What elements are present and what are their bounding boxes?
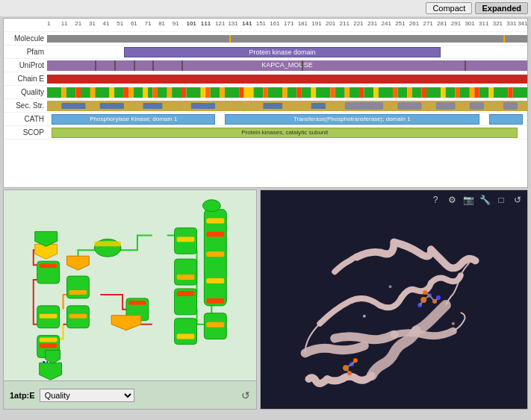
secstr-row: Sec. Str. bbox=[4, 99, 527, 113]
svg-rect-66 bbox=[143, 103, 163, 109]
topology-canvas: C N bbox=[4, 190, 256, 380]
settings-icon[interactable]: ⚙ bbox=[445, 193, 459, 207]
svg-rect-53 bbox=[460, 87, 470, 98]
svg-rect-122 bbox=[177, 298, 195, 303]
svg-rect-44 bbox=[393, 87, 397, 98]
svg-rect-121 bbox=[177, 291, 195, 296]
pfam-row: Pfam Protein kinase domain bbox=[4, 46, 527, 59]
molecule-row: Molecule bbox=[4, 32, 527, 46]
chain-row: Chain E bbox=[4, 72, 527, 86]
cath-domain-3[interactable] bbox=[489, 114, 523, 125]
uniprot-row: UniProt KAPCA_MOUSE bbox=[4, 59, 527, 72]
svg-rect-130 bbox=[206, 322, 224, 327]
svg-rect-143 bbox=[206, 278, 224, 283]
svg-rect-23 bbox=[220, 87, 224, 98]
svg-point-159 bbox=[423, 290, 427, 295]
quality-label: Quality bbox=[4, 88, 47, 96]
scop-label: SCOP bbox=[4, 128, 47, 137]
svg-rect-131 bbox=[206, 329, 224, 334]
svg-rect-19 bbox=[186, 87, 200, 98]
svg-rect-17 bbox=[172, 87, 181, 98]
svg-point-171 bbox=[363, 315, 366, 318]
cath-domain-1[interactable]: Phosphorylase Kinase; domain 1 bbox=[52, 114, 215, 125]
pfam-label: Pfam bbox=[4, 48, 47, 56]
topology-color-select[interactable]: Quality B-factor Chain Secondary Structu… bbox=[40, 389, 134, 402]
svg-rect-35 bbox=[316, 87, 330, 98]
svg-rect-48 bbox=[422, 87, 426, 98]
svg-rect-38 bbox=[345, 87, 350, 98]
svg-rect-47 bbox=[412, 87, 422, 98]
svg-rect-62 bbox=[61, 103, 85, 109]
refresh-icon[interactable]: ↺ bbox=[511, 193, 524, 207]
cath-domain-2[interactable]: Transferase(Phosphotransferase); domain … bbox=[225, 114, 479, 125]
svg-rect-34 bbox=[311, 87, 316, 98]
svg-rect-36 bbox=[330, 87, 335, 98]
svg-rect-1 bbox=[61, 87, 66, 98]
svg-rect-114 bbox=[177, 236, 195, 242]
svg-rect-142 bbox=[206, 272, 224, 277]
topology-refresh-button[interactable]: ↺ bbox=[241, 389, 250, 401]
svg-rect-117 bbox=[177, 261, 195, 266]
svg-rect-140 bbox=[206, 258, 224, 263]
svg-rect-2 bbox=[66, 87, 76, 98]
svg-rect-77 bbox=[470, 102, 484, 110]
quality-svg bbox=[47, 87, 527, 98]
camera-icon[interactable]: 📷 bbox=[462, 193, 475, 207]
protein-3d-svg bbox=[261, 190, 527, 409]
molecule-label: Molecule bbox=[4, 34, 47, 43]
svg-rect-39 bbox=[350, 87, 359, 98]
svg-rect-18 bbox=[181, 87, 186, 98]
tools-icon[interactable]: 🔧 bbox=[478, 193, 491, 207]
svg-rect-89 bbox=[40, 320, 58, 325]
svg-rect-59 bbox=[508, 87, 512, 98]
svg-rect-37 bbox=[335, 87, 345, 98]
svg-rect-84 bbox=[40, 344, 58, 348]
svg-rect-8 bbox=[114, 87, 124, 98]
svg-rect-58 bbox=[494, 87, 508, 98]
scop-domain[interactable]: Protein kinases, catalytic subunit bbox=[52, 128, 518, 138]
ruler-row: 1 11 21 31 41 51 61 71 81 91 101 111 121… bbox=[4, 19, 527, 32]
svg-rect-29 bbox=[268, 87, 282, 98]
svg-rect-132 bbox=[204, 210, 226, 306]
svg-rect-134 bbox=[206, 219, 224, 224]
svg-rect-3 bbox=[76, 87, 81, 98]
chain-track bbox=[47, 74, 527, 84]
svg-rect-52 bbox=[456, 87, 460, 98]
svg-rect-13 bbox=[148, 87, 152, 98]
svg-rect-9 bbox=[124, 87, 128, 98]
svg-rect-126 bbox=[177, 327, 195, 333]
svg-rect-7 bbox=[110, 87, 114, 98]
quality-row: Quality bbox=[4, 86, 527, 99]
compact-button[interactable]: Compact bbox=[426, 2, 472, 14]
svg-rect-88 bbox=[40, 314, 58, 319]
svg-point-168 bbox=[353, 358, 358, 363]
uniprot-label: UniProt bbox=[4, 61, 47, 69]
svg-rect-93 bbox=[40, 275, 58, 280]
pfam-domain[interactable]: Protein kinase domain bbox=[124, 47, 441, 57]
svg-rect-125 bbox=[177, 321, 195, 326]
svg-rect-4 bbox=[81, 87, 90, 98]
svg-rect-72 bbox=[311, 103, 326, 109]
svg-rect-32 bbox=[296, 87, 301, 98]
svg-rect-6 bbox=[95, 87, 109, 98]
svg-rect-5 bbox=[90, 87, 95, 98]
cath-track: Phosphorylase Kinase; domain 1 Transfera… bbox=[47, 114, 527, 125]
svg-rect-27 bbox=[253, 87, 263, 98]
svg-point-161 bbox=[436, 295, 441, 300]
uniprot-entry-label: KAPCA_MOUSE bbox=[261, 61, 313, 69]
help-icon[interactable]: ? bbox=[429, 193, 442, 207]
square-icon[interactable]: □ bbox=[494, 193, 508, 207]
svg-rect-16 bbox=[167, 87, 172, 98]
svg-rect-119 bbox=[177, 275, 195, 280]
svg-rect-54 bbox=[470, 87, 474, 98]
svg-rect-146 bbox=[206, 298, 224, 304]
svg-rect-30 bbox=[282, 87, 287, 98]
scop-row: SCOP Protein kinases, catalytic subunit bbox=[4, 126, 527, 140]
molecule-mark-1 bbox=[229, 35, 231, 43]
svg-rect-14 bbox=[152, 87, 157, 98]
sequence-viewer-panel: 1 11 21 31 41 51 61 71 81 91 101 111 121… bbox=[3, 18, 528, 188]
svg-rect-11 bbox=[134, 87, 143, 98]
svg-rect-106 bbox=[94, 241, 121, 246]
expanded-button[interactable]: Expanded bbox=[475, 2, 528, 14]
svg-rect-87 bbox=[40, 308, 58, 313]
